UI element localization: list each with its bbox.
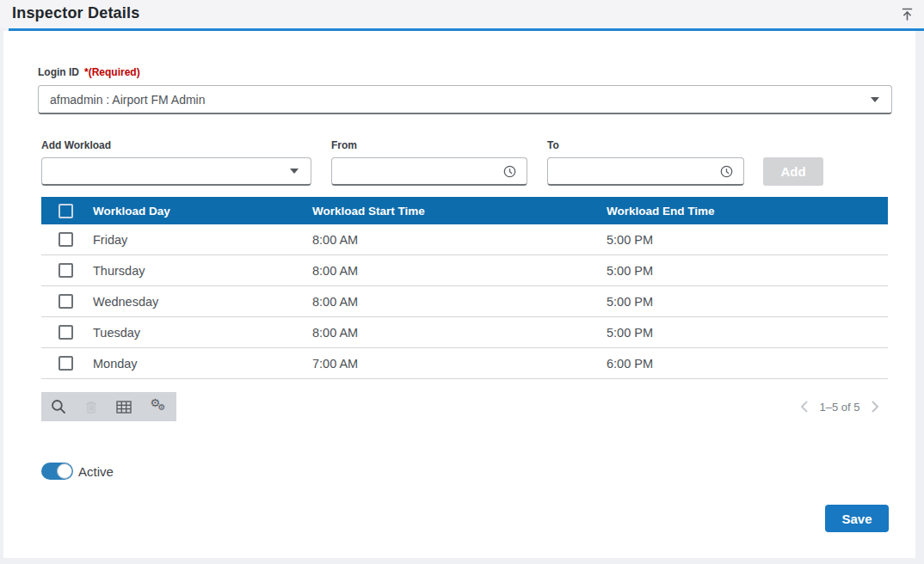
required-indicator: *(Required) [84, 66, 140, 78]
from-label: From [331, 139, 357, 151]
login-id-select[interactable]: afmadmin : Airport FM Admin [38, 85, 892, 114]
workload-end-cell: 5:00 PM [607, 295, 888, 309]
workload-start-cell: 7:00 AM [312, 357, 607, 371]
table-row: Thursday 8:00 AM 5:00 PM [41, 255, 888, 286]
active-toggle-label: Active [78, 464, 114, 479]
inspector-details-page: Inspector Details Login ID*(Required) af… [0, 0, 924, 564]
previous-page-icon[interactable] [800, 401, 808, 413]
workload-end-cell: 5:00 PM [607, 326, 888, 340]
page-title: Inspector Details [12, 4, 139, 22]
row-checkbox[interactable] [59, 232, 73, 247]
table-toolbar: ⚙⚙ [41, 392, 176, 421]
chevron-down-icon [871, 97, 879, 102]
to-time-input[interactable] [548, 158, 720, 184]
active-toggle[interactable] [41, 463, 73, 480]
row-checkbox[interactable] [59, 325, 73, 340]
save-button[interactable]: Save [825, 505, 889, 532]
from-time-input[interactable] [332, 158, 503, 184]
clock-icon[interactable] [503, 165, 516, 178]
table-view-icon[interactable] [116, 401, 132, 414]
workload-end-cell: 6:00 PM [607, 357, 888, 371]
login-id-label: Login ID*(Required) [38, 66, 140, 78]
column-header-end: Workload End Time [607, 205, 888, 218]
toggle-knob [57, 463, 72, 479]
workload-start-cell: 8:00 AM [312, 295, 607, 309]
table-row: Monday 7:00 AM 6:00 PM [41, 348, 888, 379]
add-workload-label: Add Workload [41, 139, 111, 151]
row-checkbox[interactable] [59, 263, 73, 278]
workload-start-cell: 8:00 AM [312, 264, 607, 278]
column-header-start: Workload Start Time [312, 205, 607, 218]
table-header: Workload Day Workload Start Time Workloa… [41, 197, 888, 224]
row-checkbox[interactable] [59, 294, 73, 309]
from-time-field [331, 157, 527, 186]
workload-start-cell: 8:00 AM [312, 326, 607, 340]
clock-icon[interactable] [720, 165, 733, 178]
pagination: 1–5 of 5 [800, 398, 879, 415]
add-button[interactable]: Add [763, 157, 823, 186]
page-range-label: 1–5 of 5 [820, 401, 860, 414]
settings-gears-icon[interactable]: ⚙⚙ [150, 398, 167, 415]
to-time-field [547, 157, 744, 186]
next-page-icon[interactable] [872, 401, 879, 413]
login-id-value: afmadmin : Airport FM Admin [39, 93, 871, 107]
chevron-down-icon [290, 169, 299, 174]
workload-day-cell: Monday [93, 357, 312, 371]
workload-end-cell: 5:00 PM [607, 264, 888, 278]
workload-day-cell: Friday [93, 233, 312, 247]
workload-day-cell: Tuesday [93, 326, 312, 340]
workload-end-cell: 5:00 PM [607, 233, 888, 247]
table-row: Tuesday 8:00 AM 5:00 PM [41, 317, 888, 348]
collapse-panel-icon[interactable] [898, 7, 915, 24]
titlebar: Inspector Details [0, 0, 924, 28]
table-row: Wednesday 8:00 AM 5:00 PM [41, 286, 888, 317]
workload-start-cell: 8:00 AM [312, 233, 607, 247]
column-header-day: Workload Day [93, 205, 312, 218]
workload-day-cell: Wednesday [93, 295, 312, 309]
delete-icon[interactable] [84, 400, 98, 414]
to-label: To [547, 139, 559, 151]
add-workload-select[interactable] [41, 157, 311, 186]
select-all-checkbox[interactable] [59, 204, 73, 218]
workload-day-cell: Thursday [93, 264, 312, 278]
search-icon[interactable] [51, 399, 66, 414]
row-checkbox[interactable] [59, 356, 73, 371]
table-row: Friday 8:00 AM 5:00 PM [41, 224, 888, 255]
